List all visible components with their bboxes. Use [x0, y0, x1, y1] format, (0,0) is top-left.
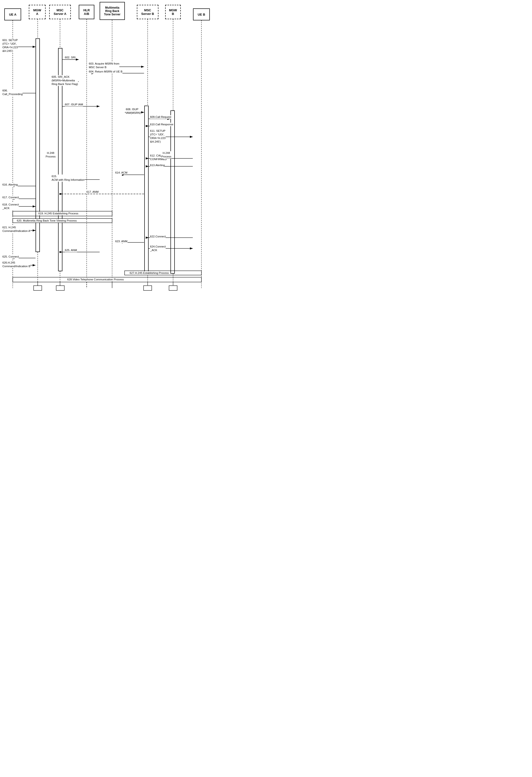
msg-602: 602. SRI — [65, 56, 76, 59]
entity-msc-b: MSCServer B — [137, 5, 158, 19]
msg-617-connect: 617. Connect — [2, 196, 19, 199]
msg-611: 611. SETUP(ITC= 'UDI',ORA='H.223&H.245') — [150, 129, 166, 143]
msg-620: 620. Multimetia Ring Back Tone Viewing P… — [17, 219, 77, 223]
activation-mgw-b — [171, 110, 175, 273]
msg-626: 626.H.245Command/Indication B — [2, 261, 30, 268]
arrows-svg — [0, 0, 266, 388]
sequence-diagram: UE A MGWA MSCServer A HLRA/B MultimetiaR… — [0, 0, 266, 388]
msg-606: 606.Call_Proceeding — [2, 89, 22, 96]
msg-604: 604. Return MSRN of UE B — [89, 70, 122, 74]
msg-616: 616. Alerting — [2, 183, 18, 187]
msg-607: 607. ISUP IAM — [65, 103, 83, 106]
msg-622: 622.Connect — [150, 235, 166, 238]
msg-608: 608. ISUPIAM(MSRN) — [126, 108, 141, 115]
msg-610: 610.Call Response — [150, 123, 173, 126]
svg-rect-51 — [56, 286, 64, 291]
msg-624: 624.Connect_ACK — [150, 245, 166, 252]
activation-msc-b — [144, 106, 148, 273]
msg-618: 618. Connect_ACK — [2, 203, 19, 210]
entity-mgw-a: MGWA — [29, 5, 45, 19]
msg-h248-right: H.248Process — [161, 151, 172, 158]
svg-rect-53 — [169, 286, 177, 291]
msg-623: 623. ANM — [115, 240, 127, 243]
entity-msc-a: MSCServer A — [49, 5, 71, 19]
svg-rect-52 — [143, 286, 152, 291]
msg-601: 601. SETUP(ITC= 'UDI',ORA='H.223&H.245') — [2, 38, 18, 53]
msg-619: 619. H.245 Establishing Process — [38, 212, 78, 215]
msg-h248-left: H.248Process — [45, 151, 56, 158]
msg-609: 609.Call Request — [150, 115, 171, 119]
msg-605: 605. SRI_ACK(MSRN+MultimetiaRing Back To… — [51, 75, 78, 86]
msg-617: 617. ANM — [86, 190, 99, 194]
entity-ue-a: UE A — [4, 8, 21, 20]
entity-hlr: HLRA/B — [79, 5, 94, 19]
msg-627: 627.H.245 Establishing Process — [130, 271, 169, 275]
msg-628: 628.Video Telephone Communication Proces… — [67, 278, 124, 281]
msg-615: 615.ACM with Ring Information — [51, 175, 85, 182]
msg-613: 613.Alerting — [150, 163, 165, 167]
svg-rect-50 — [34, 286, 42, 291]
msg-625-anm: 625. ANM — [65, 248, 77, 252]
msg-621: 621. H.245Command/Indication A — [2, 226, 30, 233]
entity-ue-b: UE B — [193, 8, 210, 20]
msg-603: 603. Acquire MSRN fromMSC Server B — [89, 62, 119, 69]
entity-mgw-b: MGWB — [165, 5, 181, 19]
entity-mrbts: MultimetiaRing BackTone Server — [100, 2, 125, 20]
msg-614: 614. ACM — [115, 171, 127, 175]
msg-625-connect: 625. Connect — [2, 255, 19, 258]
